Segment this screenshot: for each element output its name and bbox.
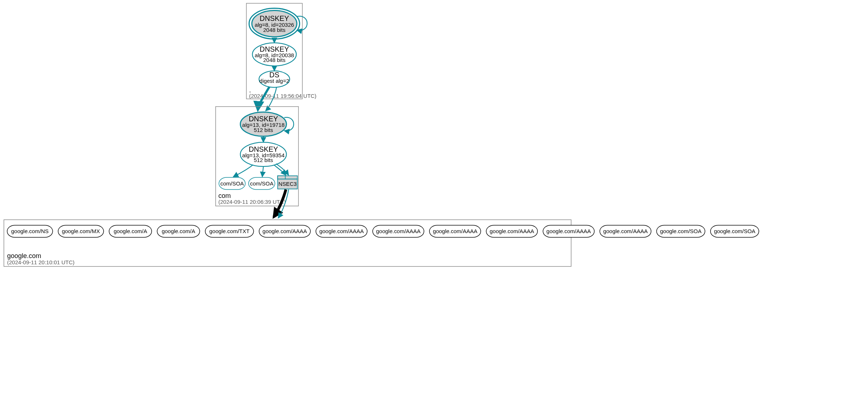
root-ds-node: DS digest alg=2 [259, 71, 290, 87]
root-zsk-sub2: 2048 bits [263, 57, 286, 63]
com-zone-ts: (2024-09-11 20:06:39 UTC) [219, 199, 286, 205]
root-zsk-node: DNSKEY alg=8, id=20038 2048 bits [252, 43, 296, 66]
root-ksk-node: DNSKEY alg=8, id=20326 2048 bits [249, 8, 299, 39]
google-rr-text: google.com/NS [11, 228, 49, 234]
com-ksk-sub2: 512 bits [254, 127, 273, 133]
zone-google: google.com/NSgoogle.com/MXgoogle.com/Ago… [4, 220, 759, 266]
google-rr-node: google.com/AAAA [543, 225, 594, 237]
google-rr-text: google.com/MX [62, 228, 100, 234]
google-rr-node: google.com/AAAA [486, 225, 537, 237]
google-rr-text: google.com/AAAA [603, 228, 648, 234]
com-soa2-text: com/SOA [250, 180, 273, 187]
google-rr-text: google.com/AAAA [376, 228, 420, 234]
google-rr-node: google.com/AAAA [429, 225, 481, 237]
google-rr-node: google.com/SOA [711, 225, 759, 237]
root-ds-sub: digest alg=2 [260, 78, 289, 84]
google-zone-label: google.com [7, 252, 41, 260]
google-rr-node: google.com/AAAA [259, 225, 310, 237]
dnssec-graph: DNSKEY alg=8, id=20326 2048 bits DNSKEY … [0, 0, 868, 401]
com-zsk-node: DNSKEY alg=13, id=59354 512 bits [240, 142, 286, 166]
com-zsk-sub2: 512 bits [254, 157, 273, 163]
com-ksk-node: DNSKEY alg=13, id=19718 512 bits [240, 112, 286, 136]
com-soa1-text: com/SOA [220, 180, 244, 187]
com-nsec3-text: NSEC3 [278, 181, 297, 187]
google-rr-text: google.com/SOA [714, 228, 755, 234]
google-rr-text: google.com/AAAA [547, 228, 591, 234]
google-rr-node: google.com/SOA [656, 225, 705, 237]
google-rr-node: google.com/AAAA [600, 225, 651, 237]
root-ksk-title: DNSKEY [260, 14, 289, 22]
edge-com-zsk-nsec3b [276, 164, 288, 175]
google-rr-node: google.com/MX [58, 225, 104, 237]
google-rr-text: google.com/SOA [660, 228, 701, 234]
edge-com-zsk-soa1 [233, 165, 253, 177]
google-rr-text: google.com/AAAA [319, 228, 364, 234]
com-nsec3-node: NSEC3 [277, 176, 297, 189]
root-ksk-sub2: 2048 bits [263, 27, 286, 33]
google-rr-node: google.com/A [157, 225, 200, 237]
svg-rect-11 [277, 176, 285, 179]
google-rr-node: google.com/AAAA [316, 225, 367, 237]
google-rr-text: google.com/AAAA [262, 228, 307, 234]
google-zone-ts: (2024-09-11 20:10:01 UTC) [7, 259, 75, 265]
google-rr-text: google.com/TXT [209, 228, 250, 234]
google-rr-text: google.com/A [162, 228, 195, 234]
google-rr-text: google.com/AAAA [433, 228, 477, 234]
google-rr-node: google.com/TXT [205, 225, 254, 237]
edge-com-zsk-soa2 [262, 166, 263, 177]
google-rr-text: google.com/A [113, 228, 147, 234]
google-rr-text: google.com/AAAA [489, 228, 534, 234]
google-rr-node: google.com/A [109, 225, 152, 237]
com-soa2-node: com/SOA [249, 177, 275, 190]
com-zone-label: com [219, 192, 231, 199]
zone-root: DNSKEY alg=8, id=20326 2048 bits DNSKEY … [246, 3, 316, 99]
root-zone-ts: (2024-09-11 19:56:04 UTC) [249, 93, 316, 99]
google-rr-node: google.com/AAAA [373, 225, 424, 237]
com-soa1-node: com/SOA [219, 177, 245, 190]
google-rr-node: google.com/NS [7, 225, 53, 237]
